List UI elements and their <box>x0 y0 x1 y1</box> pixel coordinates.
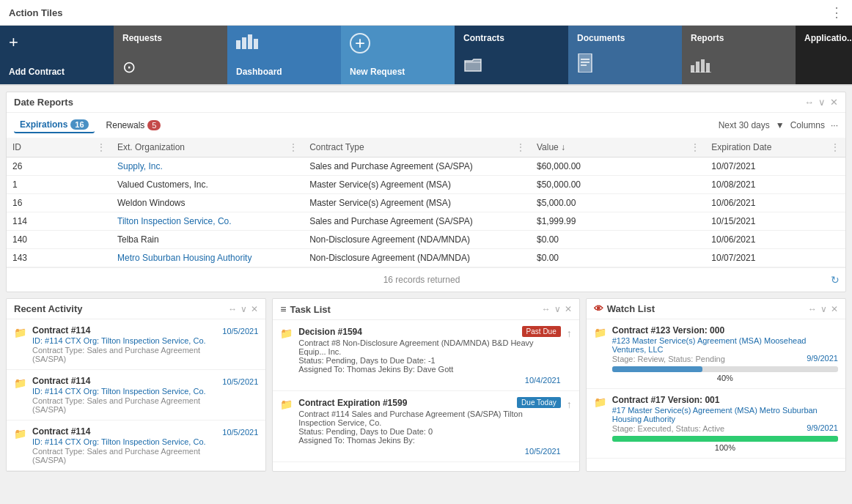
task-folder-icon: 📁 <box>280 399 293 410</box>
col-type-options[interactable]: ⋮ <box>516 142 525 152</box>
cell-type: Non-Disclosure Agreement (NDA/MNDA) <box>304 249 531 267</box>
task-date: 10/4/2021 <box>298 376 560 385</box>
tab-expirations[interactable]: Expirations 16 <box>14 117 95 133</box>
tab-renewals[interactable]: Renewals 5 <box>100 118 167 133</box>
task-list-icon: ≡ <box>280 303 286 315</box>
recent-activity-header: Recent Activity ↔ ∨ ✕ <box>7 299 265 319</box>
filter-dropdown-icon[interactable]: ▼ <box>776 120 785 130</box>
tabs-right: Next 30 days ▼ Columns ··· <box>719 120 838 130</box>
col-type[interactable]: Contract Type ⋮ <box>304 138 531 158</box>
cell-type: Non-Disclosure Agreement (NDA/MNDA) <box>304 231 531 249</box>
progress-bar-fill <box>612 436 838 442</box>
col-id[interactable]: ID ⋮ <box>7 138 111 158</box>
tl-close-icon[interactable]: ✕ <box>565 304 572 314</box>
activity-item: 📁 Contract #114 ID: #114 CTX Org: Tilton… <box>7 420 265 471</box>
close-icon[interactable]: ✕ <box>830 97 838 108</box>
applications-label: Applicatio... <box>804 33 852 43</box>
tile-new-request[interactable]: + New Request <box>341 26 455 84</box>
tile-applications[interactable]: Applicatio... <box>796 26 852 84</box>
wl-expand-icon[interactable]: ↔ <box>808 304 817 314</box>
watch-list-header: 👁 Watch List ↔ ∨ ✕ <box>587 299 845 319</box>
ra-collapse-icon[interactable]: ∨ <box>240 304 247 314</box>
table-row: 114 Tilton Inspection Service, Co. Sales… <box>7 212 845 231</box>
cell-type: Master Service(s) Agreement (MSA) <box>304 176 531 194</box>
tl-collapse-icon[interactable]: ∨ <box>554 304 561 314</box>
cell-org[interactable]: Tilton Inspection Service, Co. <box>111 212 304 231</box>
action-tiles-menu-icon[interactable]: ⋮ <box>830 4 843 21</box>
tile-contracts[interactable]: Contracts <box>455 26 568 84</box>
cell-org[interactable]: Supply, Inc. <box>111 158 304 176</box>
task-badge: Due Today <box>517 397 561 408</box>
tile-add-contract[interactable]: + Add Contract <box>0 26 114 84</box>
tile-requests[interactable]: Requests ⊙ <box>114 26 227 84</box>
tile-documents[interactable]: Documents <box>568 26 682 84</box>
watch-title[interactable]: Contract #17 Version: 001 <box>612 395 838 405</box>
task-action-icon[interactable]: ↑ <box>567 399 572 410</box>
watch-date: 9/9/2021 <box>807 354 838 363</box>
watch-list-body: 📁 Contract #123 Version: 000 #123 Master… <box>587 319 845 459</box>
date-reports-table: ID ⋮ Ext. Organization ⋮ Contract Type ⋮… <box>7 138 845 267</box>
task-action-icon[interactable]: ↑ <box>567 327 572 339</box>
svg-rect-10 <box>701 59 705 73</box>
watch-list-controls: ↔ ∨ ✕ <box>808 304 838 314</box>
ra-expand-icon[interactable]: ↔ <box>228 304 237 314</box>
watch-detail: #17 Master Service(s) Agreement (MSA) Me… <box>612 406 838 423</box>
date-reports-title: Date Reports <box>14 97 73 108</box>
task-list-header: ≡ Task List ↔ ∨ ✕ <box>273 299 579 320</box>
col-expiration[interactable]: Expiration Date ⋮ <box>705 138 845 158</box>
svg-rect-2 <box>248 34 252 49</box>
col-value[interactable]: Value ↓ ⋮ <box>531 138 705 158</box>
table-row: 26 Supply, Inc. Sales and Purchase Agree… <box>7 158 845 176</box>
cell-org: Telba Rain <box>111 231 304 249</box>
collapse-icon[interactable]: ∨ <box>818 97 826 108</box>
watch-list-title: 👁 Watch List <box>594 303 655 314</box>
cell-expiration: 10/07/2021 <box>705 158 845 176</box>
tile-reports[interactable]: Reports <box>682 26 796 84</box>
cell-type: Sales and Purchase Agreement (SA/SPA) <box>304 212 531 231</box>
table-row: 140 Telba Rain Non-Disclosure Agreement … <box>7 231 845 249</box>
watch-title[interactable]: Contract #123 Version: 000 <box>612 325 838 336</box>
columns-button[interactable]: Columns <box>790 120 825 130</box>
refresh-icon[interactable]: ↻ <box>831 274 840 286</box>
table-options-icon[interactable]: ··· <box>831 120 838 130</box>
activity-folder-icon: 📁 <box>14 377 26 389</box>
task-badge: Past Due <box>522 326 561 337</box>
activity-detail1: ID: #114 CTX Org: Tilton Inspection Serv… <box>32 437 216 446</box>
ra-close-icon[interactable]: ✕ <box>251 304 258 314</box>
tile-dashboard[interactable]: Dashboard <box>227 26 341 84</box>
activity-title[interactable]: Contract #114 <box>32 325 216 336</box>
task-title[interactable]: Decision #1594 <box>298 327 362 337</box>
activity-folder-icon: 📁 <box>14 428 26 440</box>
expand-icon[interactable]: ↔ <box>804 97 814 108</box>
cell-expiration: 10/08/2021 <box>705 176 845 194</box>
new-request-icon: + <box>350 33 370 53</box>
col-value-options[interactable]: ⋮ <box>691 142 699 152</box>
records-count: 16 records returned <box>383 275 460 285</box>
documents-icon <box>577 53 593 77</box>
watch-body: Contract #123 Version: 000 #123 Master S… <box>612 325 838 382</box>
task-status: Status: Pending, Days to Due Date: 0 <box>298 427 560 436</box>
date-reports-table-scroll[interactable]: ID ⋮ Ext. Organization ⋮ Contract Type ⋮… <box>7 138 845 267</box>
activity-title[interactable]: Contract #114 <box>32 376 216 386</box>
wl-close-icon[interactable]: ✕ <box>831 304 838 314</box>
cell-id: 114 <box>7 212 111 231</box>
wl-collapse-icon[interactable]: ∨ <box>820 304 827 314</box>
task-title[interactable]: Contract Expiration #1599 <box>298 398 407 408</box>
cell-expiration: 10/06/2021 <box>705 231 845 249</box>
col-exp-options[interactable]: ⋮ <box>831 142 840 152</box>
cell-org[interactable]: Metro Suburban Housing Authority <box>111 249 304 267</box>
tab-expirations-label: Expirations <box>20 119 67 130</box>
activity-detail2: Contract Type: Sales and Purchase Agreem… <box>32 396 216 414</box>
task-body: Contract Expiration #1599 Due Today Cont… <box>298 397 560 456</box>
activity-body: Contract #114 ID: #114 CTX Org: Tilton I… <box>32 426 216 464</box>
activity-title[interactable]: Contract #114 <box>32 426 216 437</box>
svg-rect-3 <box>254 39 258 49</box>
col-org[interactable]: Ext. Organization ⋮ <box>111 138 304 158</box>
task-header: Decision #1594 Past Due <box>298 326 560 337</box>
col-id-options[interactable]: ⋮ <box>97 142 106 152</box>
tl-expand-icon[interactable]: ↔ <box>542 304 551 314</box>
cell-expiration: 10/07/2021 <box>705 249 845 267</box>
activity-date: 10/5/2021 <box>222 428 258 437</box>
cell-id: 1 <box>7 176 111 194</box>
col-org-options[interactable]: ⋮ <box>289 142 298 152</box>
